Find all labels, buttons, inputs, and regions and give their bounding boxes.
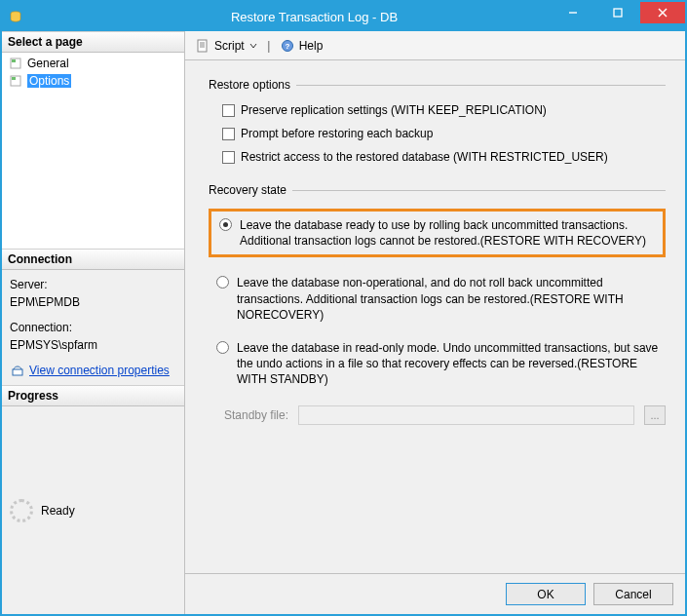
help-icon: ? (280, 38, 295, 54)
maximize-button[interactable] (595, 2, 640, 23)
main-panel: Script | ? Help Restore options (185, 31, 685, 614)
page-icon (8, 73, 23, 89)
radio-icon (219, 218, 232, 231)
svg-rect-8 (12, 77, 16, 80)
script-icon (195, 38, 210, 54)
recovery-radio-standby[interactable]: Leave the database in read-only mode. Un… (216, 340, 666, 388)
sidebar: Select a page General Options Connection (2, 31, 185, 614)
progress-spinner-icon (10, 499, 33, 522)
radio-icon (216, 341, 229, 354)
restore-options-group: Restore options (209, 78, 666, 92)
close-button[interactable] (640, 2, 685, 23)
checkbox-icon (222, 151, 235, 164)
connection-header: Connection (2, 249, 184, 270)
svg-rect-2 (614, 9, 622, 17)
radio-label: Leave the database in read-only mode. Un… (237, 340, 666, 388)
svg-rect-10 (198, 40, 207, 52)
titlebar[interactable]: Restore Transaction Log - DB (2, 2, 685, 31)
help-button[interactable]: ? Help (276, 36, 327, 56)
view-connection-properties-link[interactable]: View connection properties (29, 362, 170, 379)
minimize-button[interactable] (551, 2, 595, 23)
restore-options-label: Restore options (209, 78, 290, 92)
recovery-radio-norecovery[interactable]: Leave the database non-operational, and … (216, 275, 666, 323)
prompt-before-restore-checkbox[interactable]: Prompt before restoring each backup (222, 127, 666, 140)
recovery-state-group: Recovery state (209, 183, 666, 197)
standby-browse-button: ... (644, 405, 666, 425)
progress-panel: Ready (2, 406, 184, 614)
server-label: Server: (10, 276, 176, 293)
nav-item-general[interactable]: General (6, 55, 180, 72)
progress-status: Ready (41, 504, 75, 518)
checkbox-icon (222, 104, 235, 117)
dialog-footer: OK Cancel (185, 573, 685, 614)
restrict-access-checkbox[interactable]: Restrict access to the restored database… (222, 150, 666, 164)
highlighted-option: Leave the database ready to use by rolli… (209, 209, 666, 257)
radio-icon (216, 276, 229, 289)
checkbox-label: Restrict access to the restored database… (241, 150, 608, 164)
page-nav: General Options (2, 53, 184, 249)
options-content: Restore options Preserve replication set… (185, 60, 685, 573)
checkbox-icon (222, 128, 235, 140)
connection-panel: Server: EPM\EPMDB Connection: EPMSYS\spf… (2, 270, 184, 385)
preserve-replication-checkbox[interactable]: Preserve replication settings (WITH KEEP… (222, 103, 666, 117)
svg-rect-9 (13, 369, 22, 375)
progress-header: Progress (2, 385, 184, 406)
script-label: Script (214, 39, 245, 53)
nav-label: Options (27, 74, 71, 88)
svg-text:?: ? (285, 42, 289, 51)
checkbox-label: Preserve replication settings (WITH KEEP… (241, 103, 547, 117)
standby-file-input (298, 405, 634, 425)
connection-label: Connection: (10, 319, 176, 336)
svg-rect-6 (12, 59, 16, 62)
checkbox-label: Prompt before restoring each backup (241, 127, 433, 140)
radio-label: Leave the database ready to use by rolli… (240, 217, 655, 249)
properties-icon (10, 363, 25, 378)
script-button[interactable]: Script (191, 36, 262, 56)
help-label: Help (299, 39, 324, 53)
standby-file-label: Standby file: (224, 408, 288, 422)
window-controls (551, 2, 685, 23)
dialog-window: Restore Transaction Log - DB Select a pa… (0, 0, 687, 616)
standby-file-row: Standby file: ... (224, 405, 666, 425)
cancel-button[interactable]: Cancel (593, 583, 673, 605)
connection-value: EPMSYS\spfarm (10, 336, 176, 354)
app-icon (8, 9, 23, 24)
nav-item-options[interactable]: Options (6, 72, 180, 90)
recovery-radio-with-recovery[interactable]: Leave the database ready to use by rolli… (219, 217, 655, 249)
chevron-down-icon (248, 38, 258, 54)
toolbar-separator: | (266, 39, 272, 53)
recovery-state-label: Recovery state (209, 183, 286, 197)
ok-button[interactable]: OK (506, 583, 586, 605)
server-value: EPM\EPMDB (10, 293, 176, 311)
toolbar: Script | ? Help (185, 31, 685, 60)
nav-label: General (27, 57, 69, 70)
page-icon (8, 56, 23, 71)
radio-label: Leave the database non-operational, and … (237, 275, 666, 323)
select-page-header: Select a page (2, 31, 184, 53)
